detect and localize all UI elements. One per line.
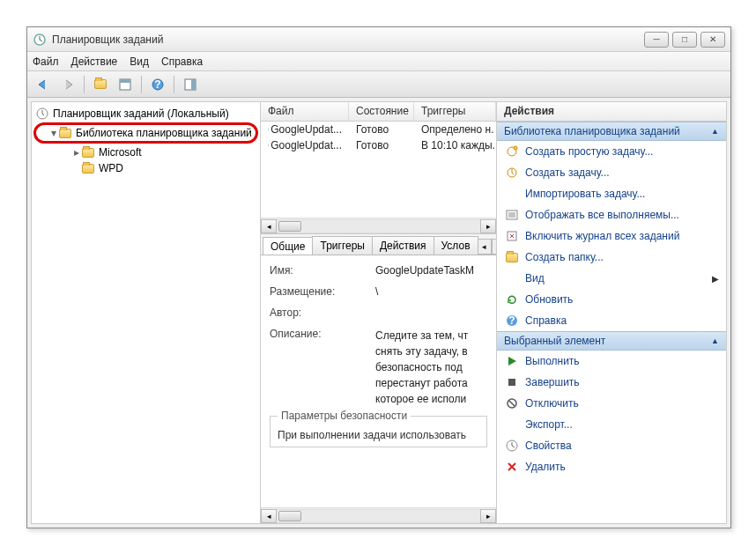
tree-item-wpd[interactable]: WPD xyxy=(35,160,256,176)
action-label: Справка xyxy=(525,314,567,327)
menu-view[interactable]: Вид xyxy=(130,55,149,68)
action-help[interactable]: ?Справка xyxy=(497,310,726,331)
svg-point-11 xyxy=(514,146,517,150)
up-folder-button[interactable] xyxy=(90,74,111,95)
action-disable[interactable]: Отключить xyxy=(497,393,726,414)
scroll-right-button[interactable]: ▸ xyxy=(480,219,496,233)
table-row[interactable]: GoogleUpdat... Готово Определено н. xyxy=(261,122,496,137)
disable-icon xyxy=(504,396,520,410)
action-view[interactable]: Вид▶ xyxy=(497,268,726,289)
action-label: Завершить xyxy=(525,376,580,388)
scroll-left-button[interactable]: ◂ xyxy=(261,219,277,233)
cell-state: Готово xyxy=(349,122,414,137)
properties-icon xyxy=(504,439,520,453)
titlebar: Планировщик заданий ─ □ ✕ xyxy=(27,27,730,52)
scroll-left-button[interactable]: ◂ xyxy=(261,509,277,523)
task-icon xyxy=(504,144,520,159)
scroll-thumb[interactable] xyxy=(278,511,301,521)
submenu-icon: ▶ xyxy=(712,274,719,284)
tree-root[interactable]: Планировщик заданий (Локальный) xyxy=(35,106,256,122)
actions-group-selected[interactable]: Выбранный элемент ▲ xyxy=(497,331,726,351)
expand-icon[interactable]: ▾ xyxy=(49,127,58,139)
folder-icon xyxy=(81,162,95,174)
tab-scroll-left[interactable]: ◂ xyxy=(478,239,492,255)
tree-item-microsoft[interactable]: ▸ Microsoft xyxy=(35,144,256,160)
action-end[interactable]: Завершить xyxy=(497,372,726,393)
author-value xyxy=(375,307,487,319)
minimize-button[interactable]: ─ xyxy=(644,32,669,48)
svg-rect-17 xyxy=(508,379,515,386)
action-enable-history[interactable]: Включить журнал всех заданий xyxy=(497,225,726,247)
window-title: Планировщик заданий xyxy=(52,33,644,46)
expand-icon[interactable]: ▸ xyxy=(72,146,81,159)
collapse-icon: ▲ xyxy=(711,336,719,345)
col-file[interactable]: Файл xyxy=(261,102,349,121)
close-button[interactable]: ✕ xyxy=(700,32,725,48)
tree-root-label: Планировщик заданий (Локальный) xyxy=(53,107,229,120)
history-icon xyxy=(504,229,520,243)
forward-button[interactable] xyxy=(57,74,78,95)
play-icon xyxy=(504,354,520,368)
action-delete[interactable]: Удалить xyxy=(497,456,726,477)
menu-action[interactable]: Действие xyxy=(71,55,118,68)
table-row[interactable]: GoogleUpdat... Готово В 10:10 кажды. xyxy=(261,137,496,153)
action-show-running[interactable]: Отображать все выполняемы... xyxy=(497,204,726,225)
menubar: Файл Действие Вид Справка xyxy=(27,52,730,71)
menu-help[interactable]: Справка xyxy=(161,55,203,68)
action-label: Включить журнал всех заданий xyxy=(525,230,679,242)
svg-rect-6 xyxy=(191,79,196,90)
action-label: Удалить xyxy=(525,461,566,473)
import-icon xyxy=(504,187,520,201)
col-state[interactable]: Состояние xyxy=(349,102,414,121)
tab-conditions[interactable]: Услов xyxy=(434,236,478,255)
action-label: Экспорт... xyxy=(525,418,573,431)
tab-general[interactable]: Общие xyxy=(263,237,313,255)
tab-scroll-right[interactable]: ▸ xyxy=(492,239,496,255)
tree-library[interactable]: ▾ Библиотека планировщика заданий xyxy=(35,125,256,141)
view-icon xyxy=(504,271,520,285)
tab-actions[interactable]: Действия xyxy=(372,236,434,255)
list-icon xyxy=(504,208,520,222)
task-icon xyxy=(504,166,520,180)
table-body: GoogleUpdat... Готово Определено н. Goog… xyxy=(261,122,496,218)
back-button[interactable] xyxy=(33,74,54,95)
action-refresh[interactable]: Обновить xyxy=(497,289,726,310)
action-export[interactable]: Экспорт... xyxy=(497,414,726,435)
name-label: Имя: xyxy=(270,264,375,277)
action-label: Отображать все выполняемы... xyxy=(525,209,679,221)
menu-file[interactable]: Файл xyxy=(33,55,59,68)
tree-item-label: Microsoft xyxy=(99,146,142,159)
action-new-folder[interactable]: Создать папку... xyxy=(497,247,726,268)
hscrollbar[interactable]: ◂ ▸ xyxy=(261,218,496,233)
action-pane-button[interactable] xyxy=(180,74,201,95)
detail-hscrollbar[interactable]: ◂ ▸ xyxy=(261,507,496,523)
clock-icon xyxy=(35,107,49,120)
export-icon xyxy=(504,417,520,432)
cell-triggers: В 10:10 кажды. xyxy=(414,138,496,152)
scroll-track[interactable] xyxy=(277,219,480,233)
col-triggers[interactable]: Триггеры xyxy=(414,102,496,121)
svg-text:?: ? xyxy=(154,78,160,91)
actions-group-library[interactable]: Библиотека планировщика заданий ▲ xyxy=(497,122,726,141)
action-label: Выполнить xyxy=(525,355,580,367)
tab-nav: ◂ ▸ xyxy=(478,239,496,255)
maximize-button[interactable]: □ xyxy=(672,32,697,48)
action-create-task[interactable]: Создать задачу... xyxy=(497,162,726,183)
tab-triggers[interactable]: Триггеры xyxy=(312,236,373,255)
scroll-right-button[interactable]: ▸ xyxy=(480,509,496,523)
desc-value: Следите за тем, чт снять эту задачу, в б… xyxy=(375,328,487,407)
svg-rect-2 xyxy=(120,79,130,83)
scroll-track[interactable] xyxy=(277,509,480,523)
properties-button[interactable] xyxy=(115,74,136,95)
tree-pane: Планировщик заданий (Локальный) ▾ Библио… xyxy=(32,102,261,523)
action-properties[interactable]: Свойства xyxy=(497,435,726,456)
scroll-thumb[interactable] xyxy=(278,221,301,232)
help-button[interactable]: ? xyxy=(147,74,168,95)
name-value: GoogleUpdateTaskМ xyxy=(375,264,487,277)
action-label: Обновить xyxy=(525,293,573,306)
separator xyxy=(174,76,174,93)
security-line: При выполнении задачи использовать xyxy=(278,429,479,441)
action-import-task[interactable]: Импортировать задачу... xyxy=(497,183,726,204)
action-run[interactable]: Выполнить xyxy=(497,351,726,372)
action-create-basic-task[interactable]: Создать простую задачу... xyxy=(497,141,726,162)
